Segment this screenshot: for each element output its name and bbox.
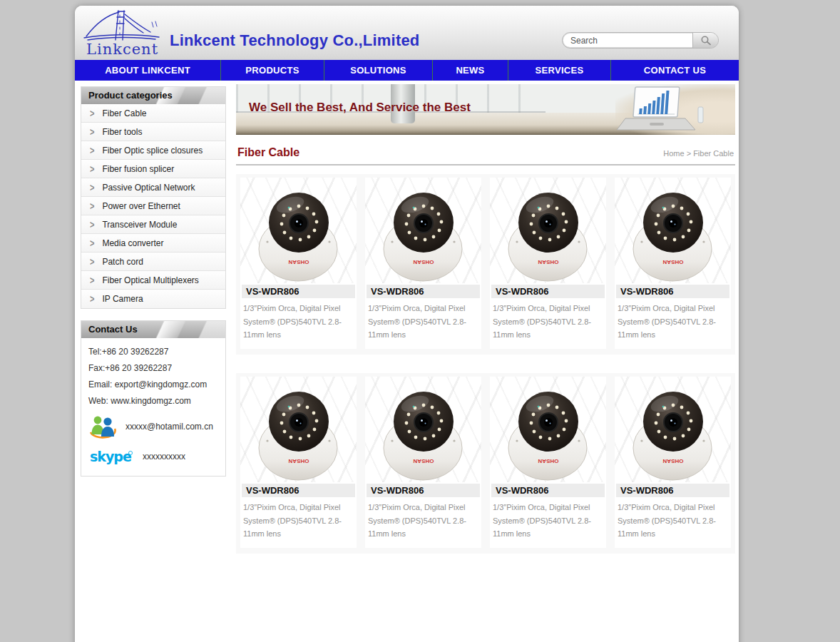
product-image[interactable]: OHSAN [615, 377, 731, 482]
skype-row: skype xxxxxxxxxx [88, 447, 218, 466]
sidebar-category-label: Passive Optical Network [102, 183, 195, 193]
nav-services[interactable]: SERVICES [508, 60, 611, 81]
sidebar-category-ip-camera[interactable]: > IP Camera [81, 290, 225, 308]
sidebar-category-label: Transceiver Module [102, 220, 177, 230]
contact-web: Web: www.kingdomgz.com [88, 396, 218, 406]
chevron-right-icon: > [90, 219, 94, 230]
product-name[interactable]: VS-WDR806 [491, 285, 605, 298]
dome-camera-image: OHSAN [626, 179, 720, 282]
dome-camera-image: OHSAN [252, 179, 346, 282]
logo-wordmark: Linkcent [86, 41, 158, 58]
sidebar-category-label: Fiber Optic splice closures [102, 146, 203, 156]
contact-body: Tel:+86 20 39262287 Fax:+86 20 39262287 … [81, 338, 225, 476]
nav-contact-us[interactable]: CONTACT US [611, 60, 739, 81]
contact-us-box: Contact Us Tel:+86 20 39262287 Fax:+86 2… [81, 320, 226, 477]
content: Product categories > Fiber Cable > Fiber… [75, 81, 739, 642]
product-card: OHSAN VS-WDR806 1/3″Pixim Orca, Digital … [615, 178, 731, 349]
chevron-right-icon: > [90, 126, 94, 137]
chevron-right-icon: > [90, 182, 94, 193]
product-card: OHSAN VS-WDR806 1/3″Pixim Orca, Digital … [490, 377, 606, 548]
sidebar-category-fiber-fusion-splicer[interactable]: > Fiber fusion splicer [81, 160, 225, 178]
sidebar-category-media-converter[interactable]: > Media converter [81, 234, 225, 253]
page: Linkcent Linkcent Technology Co.,Limited… [75, 6, 739, 642]
sidebar: Product categories > Fiber Cable > Fiber… [81, 84, 226, 477]
product-name[interactable]: VS-WDR806 [616, 285, 729, 298]
msn-contact[interactable]: xxxxx@hotamil.com.cn [126, 422, 213, 432]
sidebar-category-fiber-optical-multiplexers[interactable]: > Fiber Optical Multiplexers [81, 271, 225, 290]
product-name[interactable]: VS-WDR806 [367, 484, 480, 497]
sidebar-category-label: Media converter [102, 238, 163, 248]
hero-banner: We Sell the Best, And Service the Best [236, 84, 735, 135]
laptop-chart-illustration [588, 86, 710, 133]
contact-email: Email: export@kingdomgz.com [88, 379, 218, 389]
chevron-right-icon: > [90, 238, 94, 248]
product-card: OHSAN VS-WDR806 1/3″Pixim Orca, Digital … [490, 178, 606, 349]
sidebar-category-label: Patch cord [102, 257, 143, 267]
product-card: OHSAN VS-WDR806 1/3″Pixim Orca, Digital … [365, 178, 481, 349]
nav-products[interactable]: PRODUCTS [221, 60, 324, 81]
sidebar-category-label: Power over Ethernet [102, 201, 180, 211]
nav-news[interactable]: NEWS [433, 60, 508, 81]
search-input[interactable] [563, 34, 692, 47]
product-name[interactable]: VS-WDR806 [491, 484, 605, 497]
dome-camera-image: OHSAN [501, 378, 595, 482]
product-card: OHSAN VS-WDR806 1/3″Pixim Orca, Digital … [240, 178, 357, 349]
product-image[interactable]: OHSAN [240, 178, 357, 283]
dome-camera-image: OHSAN [377, 378, 471, 482]
product-image[interactable]: OHSAN [240, 377, 357, 482]
skype-contact[interactable]: xxxxxxxxxx [143, 452, 185, 462]
sidebar-category-fiber-optic-splice-closures[interactable]: > Fiber Optic splice closures [81, 141, 225, 160]
svg-text:OHSAN: OHSAN [662, 458, 683, 464]
sidebar-category-passive-optical-network[interactable]: > Passive Optical Network [81, 178, 225, 197]
chevron-right-icon: > [90, 108, 94, 118]
svg-text:OHSAN: OHSAN [288, 259, 309, 265]
sidebar-category-patch-cord[interactable]: > Patch cord [81, 253, 225, 271]
nav-solutions[interactable]: SOLUTIONS [324, 60, 433, 81]
skype-logo: skype [88, 447, 134, 466]
sidebar-category-fiber-tools[interactable]: > Fiber tools [81, 123, 225, 141]
magnifier-icon [700, 35, 712, 46]
product-image[interactable]: OHSAN [490, 377, 606, 482]
product-image[interactable]: OHSAN [365, 377, 481, 482]
nav-about-linkcent[interactable]: ABOUT LINKCENT [75, 60, 221, 81]
dome-camera-image: OHSAN [501, 179, 595, 282]
product-description: 1/3″Pixim Orca, Digital Pixel System® (D… [365, 501, 481, 548]
breadcrumb-home[interactable]: Home [663, 149, 684, 158]
product-name[interactable]: VS-WDR806 [616, 484, 729, 497]
main-area: We Sell the Best, And Service the Best F… [236, 84, 735, 642]
chevron-right-icon: > [90, 145, 94, 156]
contact-us-title: Contact Us [81, 321, 225, 338]
sidebar-category-fiber-cable[interactable]: > Fiber Cable [81, 104, 225, 123]
product-image[interactable]: OHSAN [490, 178, 606, 283]
product-card: OHSAN VS-WDR806 1/3″Pixim Orca, Digital … [240, 377, 357, 548]
sidebar-category-power-over-ethernet[interactable]: > Power over Ethernet [81, 197, 225, 215]
product-categories-list: > Fiber Cable > Fiber tools > Fiber Opti… [81, 104, 225, 308]
msn-row: xxxxx@hotamil.com.cn [88, 413, 218, 440]
spacer [236, 554, 735, 642]
product-name[interactable]: VS-WDR806 [242, 285, 355, 298]
sidebar-category-label: Fiber tools [102, 127, 142, 137]
product-description: 1/3″Pixim Orca, Digital Pixel System® (D… [490, 501, 606, 548]
sidebar-category-label: Fiber fusion splicer [102, 164, 174, 174]
product-image[interactable]: OHSAN [615, 178, 731, 283]
search-box [562, 32, 719, 49]
product-row-1: OHSAN VS-WDR806 1/3″Pixim Orca, Digital … [236, 174, 735, 355]
product-image[interactable]: OHSAN [365, 178, 481, 283]
sidebar-category-label: IP Camera [102, 294, 143, 304]
dome-camera-image: OHSAN [252, 378, 346, 482]
logo[interactable]: Linkcent [82, 8, 168, 58]
sidebar-category-transceiver-module[interactable]: > Transceiver Module [81, 215, 225, 234]
chevron-right-icon: > [90, 275, 94, 285]
product-description: 1/3″Pixim Orca, Digital Pixel System® (D… [490, 302, 606, 349]
product-name[interactable]: VS-WDR806 [242, 484, 355, 497]
company-name: Linkcent Technology Co.,Limited [170, 31, 419, 50]
svg-text:OHSAN: OHSAN [538, 458, 558, 464]
svg-text:OHSAN: OHSAN [288, 458, 309, 464]
svg-text:OHSAN: OHSAN [413, 259, 434, 265]
search-button[interactable] [692, 33, 718, 48]
product-name[interactable]: VS-WDR806 [367, 285, 480, 298]
page-title: Fiber Cable [237, 146, 299, 159]
svg-text:OHSAN: OHSAN [413, 458, 434, 464]
product-card: OHSAN VS-WDR806 1/3″Pixim Orca, Digital … [365, 377, 481, 548]
chevron-right-icon: > [90, 200, 94, 211]
